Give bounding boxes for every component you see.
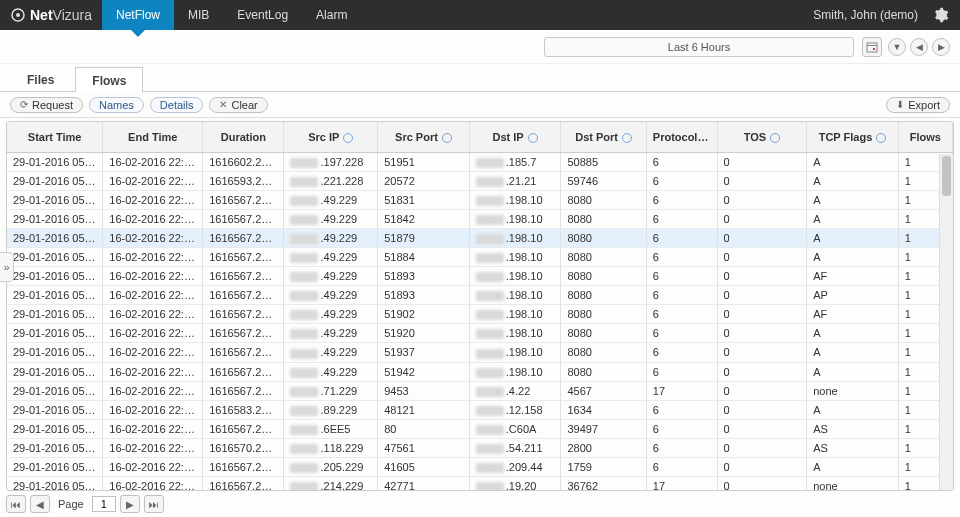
pager-page-input[interactable] <box>92 496 116 512</box>
topnav-item-mib[interactable]: MIB <box>174 0 223 30</box>
scroll-thumb[interactable] <box>942 156 951 196</box>
top-right: Smith, John (demo) <box>813 0 960 30</box>
table-row[interactable]: 29-01-2016 05:20:41.0016-02-2016 22:24:0… <box>7 152 953 171</box>
topnav-item-eventlog[interactable]: EventLog <box>223 0 302 30</box>
table-row[interactable]: 29-01-2016 05:21:18.0016-02-2016 22:24:0… <box>7 343 953 362</box>
cell: 6 <box>646 152 717 171</box>
table-row[interactable]: 29-01-2016 05:20:56.0016-02-2016 22:23:4… <box>7 247 953 266</box>
cell: A <box>807 247 899 266</box>
cell: 16-02-2016 22:23:29.296 <box>103 381 203 400</box>
cell: 29-01-2016 05:21:20.00 <box>7 362 103 381</box>
time-prev-button[interactable]: ◀ <box>910 38 928 56</box>
request-button[interactable]: ⟳ Request <box>10 97 83 113</box>
cell: 51831 <box>378 190 470 209</box>
details-button[interactable]: Details <box>150 97 204 113</box>
table-scrollbar[interactable] <box>939 154 953 490</box>
pager-last-button[interactable]: ⏭ <box>144 495 164 513</box>
cell: .49.229 <box>284 324 378 343</box>
cell: 0 <box>717 286 807 305</box>
cell: 0 <box>717 305 807 324</box>
time-range-select[interactable]: Last 6 Hours <box>544 37 854 57</box>
export-button[interactable]: ⬇ Export <box>886 97 950 113</box>
cell: none <box>807 381 899 400</box>
col-sip[interactable]: Src IP <box>284 122 378 152</box>
col-dport[interactable]: Dst Port <box>561 122 646 152</box>
cell: AP <box>807 286 899 305</box>
cell: 29-01-2016 05:20:37.00 <box>7 400 103 419</box>
table-row[interactable]: 29-01-2016 05:20:57.0016-02-2016 22:23:4… <box>7 286 953 305</box>
cell: 6 <box>646 458 717 477</box>
cell: 16-02-2016 22:23:48.296 <box>103 171 203 190</box>
col-flows[interactable]: Flows <box>898 122 952 152</box>
table-row[interactable]: 29-01-2016 05:21:11.0016-02-2016 22:23:5… <box>7 267 953 286</box>
clear-button[interactable]: ✕ Clear <box>209 97 267 113</box>
col-start[interactable]: Start Time <box>7 122 103 152</box>
table-row[interactable]: 29-01-2016 05:20:31.0016-02-2016 22:23:1… <box>7 190 953 209</box>
col-tos[interactable]: TOS <box>717 122 807 152</box>
table-row[interactable]: 29-01-2016 05:20:49.0016-02-2016 22:23:3… <box>7 419 953 438</box>
table-row[interactable]: 29-01-2016 05:21:10.0016-02-2016 22:23:5… <box>7 324 953 343</box>
time-down-button[interactable]: ▼ <box>888 38 906 56</box>
col-flags[interactable]: TCP Flags <box>807 122 899 152</box>
settings-button[interactable] <box>930 4 952 26</box>
sort-icon <box>442 133 452 143</box>
col-sport[interactable]: Src Port <box>378 122 470 152</box>
cell: 0 <box>717 190 807 209</box>
brand-vizura: Vizura <box>53 7 92 23</box>
flow-table-wrap: Start Time End Time Duration Src IP Src … <box>6 121 954 491</box>
table-row[interactable]: 29-01-2016 05:21:20.0016-02-2016 22:24:0… <box>7 362 953 381</box>
cell: 6 <box>646 267 717 286</box>
cell: 29-01-2016 05:20:49.00 <box>7 419 103 438</box>
table-row[interactable]: 29-01-2016 05:20:35.0016-02-2016 22:23:4… <box>7 171 953 190</box>
cell: 0 <box>717 209 807 228</box>
sidebar-expand-handle[interactable]: » <box>0 252 14 282</box>
cell: 1616567.296 sec <box>203 209 284 228</box>
pager-next-button[interactable]: ▶ <box>120 495 140 513</box>
cell: 0 <box>717 477 807 491</box>
col-end[interactable]: End Time <box>103 122 203 152</box>
pager-first-button[interactable]: ⏮ <box>6 495 26 513</box>
topnav-item-alarm[interactable]: Alarm <box>302 0 361 30</box>
table-row[interactable]: 29-01-2016 05:21:15.0016-02-2016 22:24:0… <box>7 438 953 457</box>
table-row[interactable]: 29-01-2016 05:20:37.0016-02-2016 22:23:4… <box>7 400 953 419</box>
cell: .C60A <box>469 419 561 438</box>
cell: .49.229 <box>284 190 378 209</box>
col-dur[interactable]: Duration <box>203 122 284 152</box>
cell: .118.229 <box>284 438 378 457</box>
cell: .21.21 <box>469 171 561 190</box>
cell: 16-02-2016 22:23:18.296 <box>103 190 203 209</box>
table-row[interactable]: 29-01-2016 05:20:42.0016-02-2016 22:23:2… <box>7 381 953 400</box>
cell: 42771 <box>378 477 470 491</box>
table-row[interactable]: 29-01-2016 05:21:23.0016-02-2016 22:24:1… <box>7 477 953 491</box>
cell: 6 <box>646 438 717 457</box>
cell: .49.229 <box>284 343 378 362</box>
cell: 0 <box>717 152 807 171</box>
table-row[interactable]: 29-01-2016 05:20:36.0016-02-2016 22:23:2… <box>7 209 953 228</box>
target-icon <box>10 7 26 23</box>
cell: .49.229 <box>284 247 378 266</box>
pager-prev-button[interactable]: ◀ <box>30 495 50 513</box>
cell: 16-02-2016 22:23:30.296 <box>103 458 203 477</box>
cell: 16-02-2016 22:24:03.296 <box>103 152 203 171</box>
cell: A <box>807 458 899 477</box>
topnav-item-netflow[interactable]: NetFlow <box>102 0 174 30</box>
cell: A <box>807 324 899 343</box>
table-row[interactable]: 29-01-2016 05:20:54.0016-02-2016 22:23:4… <box>7 228 953 247</box>
cell: 39497 <box>561 419 646 438</box>
cell: .205.229 <box>284 458 378 477</box>
table-row[interactable]: 29-01-2016 05:21:11.0016-02-2016 22:23:5… <box>7 305 953 324</box>
export-label: Export <box>908 99 940 111</box>
table-row[interactable]: 29-01-2016 05:20:43.0016-02-2016 22:23:3… <box>7 458 953 477</box>
names-button[interactable]: Names <box>89 97 144 113</box>
cell: 0 <box>717 400 807 419</box>
cell: .71.229 <box>284 381 378 400</box>
time-next-button[interactable]: ▶ <box>932 38 950 56</box>
user-label[interactable]: Smith, John (demo) <box>813 8 918 22</box>
cell: 1634 <box>561 400 646 419</box>
tab-flows[interactable]: Flows <box>75 67 143 92</box>
cell: .49.229 <box>284 362 378 381</box>
col-dip[interactable]: Dst IP <box>469 122 561 152</box>
tab-files[interactable]: Files <box>10 66 71 91</box>
col-proto[interactable]: Protocol <box>646 122 717 152</box>
calendar-button[interactable] <box>862 37 882 57</box>
